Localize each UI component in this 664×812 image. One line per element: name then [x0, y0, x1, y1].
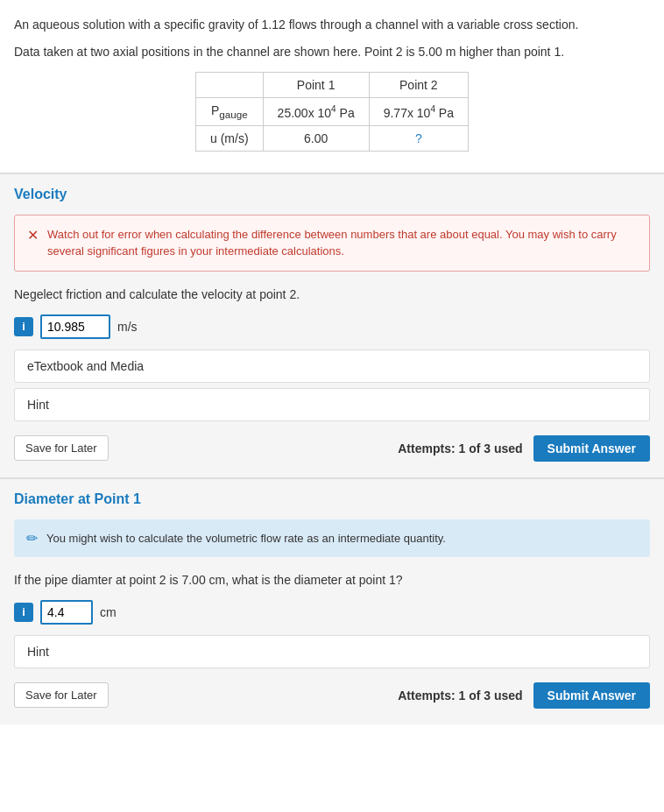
velocity-hint-button[interactable]: Hint	[14, 388, 650, 421]
velocity-footer-row: Save for Later Attempts: 1 of 3 used Sub…	[14, 435, 650, 462]
table-pressure-point1: 25.00x 104 Pa	[263, 98, 369, 126]
warning-alert: ✕ Watch out for error when calculating t…	[14, 215, 650, 272]
diameter-input-row: i cm	[14, 600, 650, 625]
velocity-section: Velocity ✕ Watch out for error when calc…	[0, 173, 664, 477]
intro-line1: An aqueous solution with a specific grav…	[14, 16, 650, 34]
velocity-submit-button[interactable]: Submit Answer	[533, 435, 650, 462]
table-label-velocity: u (m/s)	[196, 125, 264, 151]
diameter-save-button[interactable]: Save for Later	[14, 682, 109, 708]
table-row-pressure: Pgauge 25.00x 104 Pa 9.77x 104 Pa	[196, 98, 469, 126]
table-col-point1: Point 1	[263, 73, 369, 98]
diameter-section: Diameter at Point 1 ✏ You might wish to …	[0, 478, 664, 724]
velocity-section-title: Velocity	[14, 187, 650, 202]
pencil-icon: ✏	[26, 530, 38, 547]
tip-text: You might wish to calculate the volumetr…	[46, 532, 446, 545]
diameter-section-title: Diameter at Point 1	[14, 491, 650, 507]
velocity-input[interactable]	[40, 314, 110, 339]
velocity-save-button[interactable]: Save for Later	[14, 435, 109, 461]
velocity-input-row: i m/s	[14, 314, 650, 339]
velocity-unit: m/s	[117, 320, 138, 334]
diameter-unit: cm	[100, 605, 117, 619]
diameter-hint-button[interactable]: Hint	[14, 635, 650, 668]
table-row-velocity: u (m/s) 6.00 ?	[196, 125, 469, 151]
diameter-info-button[interactable]: i	[14, 603, 33, 622]
velocity-info-button[interactable]: i	[14, 317, 33, 336]
table-velocity-point1: 6.00	[263, 125, 369, 151]
table-pressure-point2: 9.77x 104 Pa	[369, 98, 468, 126]
diameter-footer-row: Save for Later Attempts: 1 of 3 used Sub…	[14, 682, 650, 709]
diameter-attempts-text: Attempts: 1 of 3 used	[398, 688, 522, 703]
tip-alert: ✏ You might wish to calculate the volume…	[14, 519, 650, 557]
velocity-attempts-text: Attempts: 1 of 3 used	[398, 441, 522, 455]
velocity-question: Negelect friction and calculate the velo…	[14, 286, 650, 304]
data-table: Point 1 Point 2 Pgauge 25.00x 104 Pa 9.7…	[195, 72, 469, 152]
diameter-input[interactable]	[40, 600, 93, 625]
warning-text: Watch out for error when calculating the…	[47, 226, 637, 260]
etextbook-button[interactable]: eTextbook and Media	[14, 350, 650, 383]
diameter-attempts-submit: Attempts: 1 of 3 used Submit Answer	[398, 682, 650, 709]
diameter-submit-button[interactable]: Submit Answer	[533, 682, 650, 709]
table-col-point2: Point 2	[369, 73, 468, 98]
table-label-pressure: Pgauge	[196, 98, 264, 126]
problem-description: An aqueous solution with a specific grav…	[0, 0, 664, 173]
intro-line2: Data taken at two axial positions in the…	[14, 43, 650, 61]
diameter-question: If the pipe diamter at point 2 is 7.00 c…	[14, 571, 650, 590]
velocity-attempts-submit: Attempts: 1 of 3 used Submit Answer	[398, 435, 650, 462]
table-velocity-point2: ?	[369, 125, 468, 151]
close-icon: ✕	[27, 227, 39, 244]
